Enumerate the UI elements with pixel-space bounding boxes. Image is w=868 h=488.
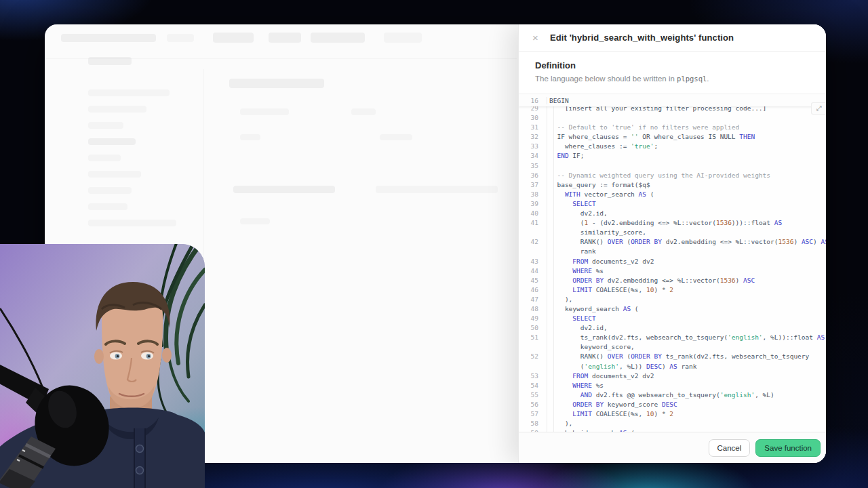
code-line: 43 FROM documents_v2 dv2 bbox=[519, 257, 826, 266]
code-line: 52 RANK() OVER (ORDER BY ts_rank(dv2.fts… bbox=[519, 352, 826, 361]
definition-section: Definition The language below should be … bbox=[519, 52, 826, 94]
code-line: 53 FROM documents_v2 dv2 bbox=[519, 371, 826, 381]
code-line: 34 END IF; bbox=[519, 151, 826, 161]
code-line: 33 where_clauses := 'true'; bbox=[519, 142, 826, 151]
code-line: 40 dv2.id, bbox=[519, 209, 826, 218]
webcam-overlay bbox=[0, 244, 205, 488]
code-line: 51 ts_rank(dv2.fts, websearch_to_tsquery… bbox=[519, 333, 826, 342]
code-line: 38 WITH vector_search AS ( bbox=[519, 190, 826, 199]
code-line: similarity_score, bbox=[519, 228, 826, 237]
code-line: 32 IF where_clauses = '' OR where_clause… bbox=[519, 132, 826, 142]
code-line: keyword_score, bbox=[519, 342, 826, 352]
code-line: 59 hybrid_search AS ( bbox=[519, 428, 826, 432]
sticky-line-code: BEGIN bbox=[547, 97, 569, 104]
code-line: 50 dv2.id, bbox=[519, 323, 826, 333]
code-line: 47 ), bbox=[519, 295, 826, 304]
language-badge: plpgsql bbox=[677, 75, 707, 83]
code-line: 58 ), bbox=[519, 419, 826, 428]
code-line: 36 -- Dynamic weighted query using the A… bbox=[519, 171, 826, 180]
code-line: 46 LIMIT COALESCE(%s, 10) * 2 bbox=[519, 285, 826, 295]
code-editor[interactable]: 29 [insert all your existing filter proc… bbox=[519, 94, 826, 432]
code-line: 55 AND dv2.fts @@ websearch_to_tsquery('… bbox=[519, 390, 826, 400]
code-line: 48 keyword_search AS ( bbox=[519, 304, 826, 314]
cancel-button[interactable]: Cancel bbox=[709, 439, 751, 457]
code-line: 54 WHERE %s bbox=[519, 381, 826, 390]
definition-description-text: The language below should be written in bbox=[535, 75, 677, 83]
panel-footer: Cancel Save function bbox=[519, 432, 826, 463]
save-function-button[interactable]: Save function bbox=[755, 439, 821, 457]
code-line: 37 base_query := format($q$ bbox=[519, 180, 826, 190]
panel-title: Edit 'hybrid_search_with_weights' functi… bbox=[550, 33, 734, 43]
expand-editor-icon[interactable]: ⤢ bbox=[811, 102, 826, 115]
code-line: 45 ORDER BY dv2.embedding <=> %L::vector… bbox=[519, 276, 826, 285]
webcam-video bbox=[0, 244, 205, 488]
code-line: 30 bbox=[519, 113, 826, 123]
definition-description-period: . bbox=[707, 75, 709, 83]
code-line: 41 (1 - (dv2.embedding <=> %L::vector(15… bbox=[519, 218, 826, 228]
code-line: ('english', %L)) DESC) AS rank bbox=[519, 362, 826, 371]
close-icon[interactable]: × bbox=[532, 33, 543, 43]
edit-function-panel: × Edit 'hybrid_search_with_weights' func… bbox=[518, 24, 826, 463]
code-line: 56 ORDER BY keyword_score DESC bbox=[519, 400, 826, 409]
code-line: 31 -- Default to 'true' if no filters we… bbox=[519, 123, 826, 132]
code-line: 44 WHERE %s bbox=[519, 266, 826, 276]
sticky-line-number: 16 bbox=[519, 97, 547, 104]
code-line: rank bbox=[519, 247, 826, 256]
definition-heading: Definition bbox=[535, 60, 810, 70]
code-line: 39 SELECT bbox=[519, 199, 826, 209]
code-line: 35 bbox=[519, 161, 826, 171]
definition-description: The language below should be written in … bbox=[535, 75, 810, 83]
code-line: 57 LIMIT COALESCE(%s, 10) * 2 bbox=[519, 409, 826, 419]
sticky-code-line: 16 BEGIN bbox=[519, 94, 826, 106]
shirt-button bbox=[136, 467, 144, 474]
panel-header: × Edit 'hybrid_search_with_weights' func… bbox=[519, 24, 826, 52]
shirt-button bbox=[136, 445, 144, 453]
code-line: 42 RANK() OVER (ORDER BY dv2.embedding <… bbox=[519, 237, 826, 247]
code-line: 49 SELECT bbox=[519, 314, 826, 323]
code-rows: 29 [insert all your existing filter proc… bbox=[519, 94, 826, 432]
